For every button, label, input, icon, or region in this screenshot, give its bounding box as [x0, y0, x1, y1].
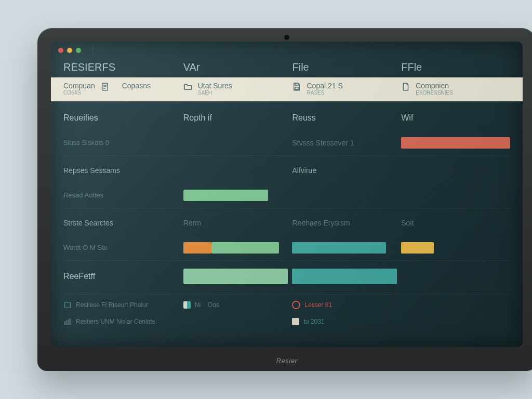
svg-rect-7	[64, 322, 66, 324]
legend-row-2: Restiers UNM Nisiar Cenlots tu 2031	[51, 315, 523, 332]
cell-soit: Soit	[401, 219, 510, 227]
row-label: Wontt O M Sto	[63, 244, 183, 251]
split-swatch-icon	[183, 301, 191, 309]
window-menu-icon: ⋮	[90, 47, 96, 54]
svg-rect-6	[65, 302, 71, 308]
toolbar-sublabel: ESORESSNIES	[416, 90, 453, 96]
legend-label: Restiers UNM Nisiar Cenlots	[76, 318, 155, 325]
green-bar-large	[183, 269, 288, 284]
green-bar	[183, 190, 269, 201]
laptop-brand: Resier	[276, 357, 298, 365]
legend-item-nioos[interactable]: Ni Oos	[183, 301, 292, 309]
legend-item-tu2031[interactable]: tu 2031	[292, 318, 401, 325]
toolbar-label: Copal 21 S	[307, 82, 342, 90]
divider	[63, 260, 510, 261]
section-reueifies: Reueifies Ropth if Reuss Wif	[51, 105, 523, 130]
cell-alfvirue: Alfvirue	[292, 166, 401, 175]
col-header-3[interactable]: File	[292, 61, 401, 73]
toolbar-sublabel: RASES	[307, 90, 342, 96]
svg-rect-9	[69, 318, 71, 324]
section-title: Repses Sessams	[63, 166, 183, 175]
svg-rect-4	[295, 83, 298, 85]
toolbar-sublabel: SAEH	[198, 90, 232, 96]
col-header-2[interactable]: VAr	[183, 61, 292, 73]
row-label: Resad Aottes	[63, 191, 183, 199]
section-title: Strste Searctes	[63, 219, 183, 227]
bar-yellow	[401, 242, 510, 254]
toolbar-extra-label: Copasns	[122, 82, 151, 90]
section-right-1: Ropth if	[183, 113, 292, 123]
page-icon	[401, 82, 410, 91]
toolbar-label: Compnien	[416, 82, 453, 90]
cell-rerm: Rerm	[183, 219, 292, 227]
window-chrome: ⋮	[51, 42, 523, 58]
row-label: Sluss Siskots 0	[63, 139, 183, 147]
app-screen: ⋮ RESIERFS VAr File FFle Compuan COSIIS …	[51, 42, 523, 347]
toolbar-label: Utat Sures	[198, 82, 232, 90]
legend-label: Resliese Fl Riseurt Phelur	[76, 301, 148, 309]
legend-item-resliese[interactable]: Resliese Fl Riseurt Phelur	[63, 301, 183, 309]
bar-group-1	[183, 242, 292, 254]
legend-item-lesser[interactable]: Lesser 81	[292, 301, 401, 309]
legend-label: Lesser 81	[304, 301, 332, 309]
minimize-window-button[interactable]	[67, 48, 72, 53]
folder-icon	[183, 82, 193, 91]
doc-icon	[100, 82, 110, 91]
section-right-2: Reuss	[292, 113, 401, 123]
teal-bar-large	[292, 269, 396, 284]
divider	[63, 208, 510, 208]
col-header-4[interactable]: FFle	[401, 61, 510, 73]
ring-red-icon	[292, 301, 300, 309]
legend-label-right: Oos	[208, 301, 219, 309]
column-headers: RESIERFS VAr File FFle	[51, 58, 523, 75]
divider	[63, 155, 510, 156]
section-reefetff: ReeFetff	[51, 264, 523, 289]
toolbar-sublabel: COSIIS	[63, 90, 95, 96]
section-repses: Repses Sessams Alfvirue	[51, 158, 523, 183]
toolbar-label: Compuan	[63, 82, 95, 90]
row-slusssiskots[interactable]: Sluss Siskots 0 Stvsss Stessever 1	[51, 130, 523, 155]
cell-reehaes: Reehaes Erysrsm	[292, 219, 401, 227]
toolbar-item-4[interactable]: Compnien ESORESSNIES	[401, 82, 510, 96]
square-cream-icon	[292, 318, 299, 325]
section-title: Reueifies	[63, 113, 183, 123]
section-right-3: Wif	[401, 113, 510, 123]
legend-label-left: Ni	[195, 301, 201, 309]
section-strste: Strste Searctes Rerm Reehaes Erysrsm Soi…	[51, 210, 523, 235]
legend-item-restiers[interactable]: Restiers UNM Nisiar Cenlots	[63, 317, 183, 326]
chart-icon	[63, 317, 72, 326]
divider	[63, 294, 510, 295]
legend-row-1: Resliese Fl Riseurt Phelur Ni Oos Lesser…	[51, 299, 523, 315]
bar-teal	[292, 242, 401, 254]
square-teal-icon	[63, 301, 72, 309]
toolbar-item-1[interactable]: Compuan COSIIS Copasns	[63, 82, 183, 96]
close-window-button[interactable]	[58, 48, 63, 53]
maximize-window-button[interactable]	[76, 48, 81, 53]
camera-dot	[285, 35, 289, 39]
row-resadaottes[interactable]: Resad Aottes	[51, 183, 523, 208]
toolbar-item-3[interactable]: Copal 21 S RASES	[292, 82, 401, 96]
section-title: ReeFetff	[63, 272, 183, 281]
save-icon	[292, 82, 301, 91]
toolbar-row: Compuan COSIIS Copasns Utat Sures SAEH	[51, 77, 523, 101]
cell-stvsss: Stvsss Stessever 1	[292, 139, 401, 147]
row-wontt[interactable]: Wontt O M Sto	[51, 235, 523, 260]
red-bar	[401, 137, 510, 149]
col-header-1[interactable]: RESIERFS	[63, 61, 183, 73]
legend-label: tu 2031	[303, 318, 324, 325]
svg-rect-5	[295, 87, 298, 90]
svg-rect-8	[67, 320, 69, 324]
laptop-frame: Resier ⋮ RESIERFS VAr File FFle Comp	[37, 28, 532, 371]
toolbar-item-2[interactable]: Utat Sures SAEH	[183, 82, 292, 96]
